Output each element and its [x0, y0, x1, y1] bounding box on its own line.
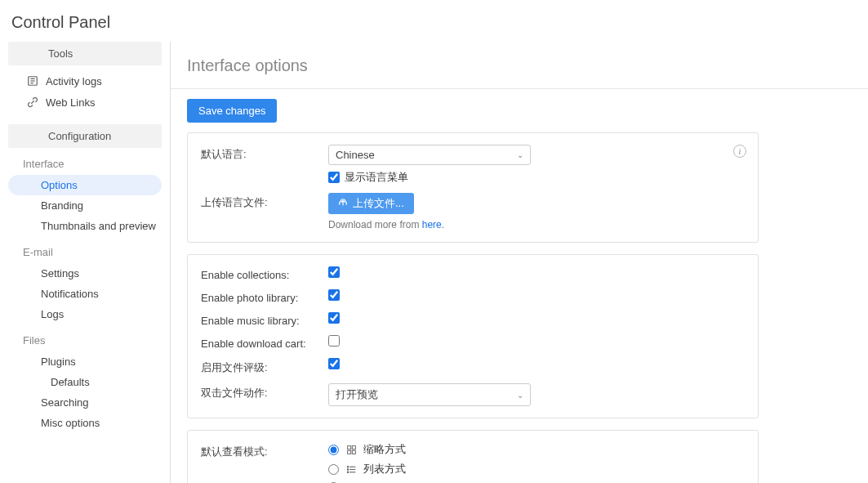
default-lang-label: 默认语言: — [201, 145, 328, 162]
nav-notifications[interactable]: Notifications — [8, 284, 162, 304]
nav-label: Web Links — [46, 96, 95, 109]
upload-btn-label: 上传文件... — [353, 196, 404, 211]
upload-icon — [338, 199, 348, 208]
save-button[interactable]: Save changes — [187, 99, 277, 123]
dblclick-select[interactable]: 打开预览 ⌄ — [328, 383, 531, 406]
config-header: Configuration — [8, 124, 162, 148]
nav-searching[interactable]: Searching — [8, 392, 162, 413]
download-link[interactable]: here — [422, 219, 442, 230]
svg-point-12 — [347, 468, 348, 469]
main-content: Interface options Save changes i 默认语言: C… — [170, 42, 868, 483]
nav-group-email: E-mail — [0, 241, 170, 263]
nav-label: Activity logs — [46, 75, 102, 87]
nav-group-files: Files — [0, 329, 170, 351]
nav-settings[interactable]: Settings — [8, 263, 162, 284]
svg-rect-6 — [347, 450, 350, 454]
upload-lang-label: 上传语言文件: — [201, 193, 328, 210]
svg-point-11 — [347, 466, 348, 467]
enable-photo-checkbox[interactable] — [328, 289, 340, 301]
show-lang-menu-checkbox[interactable] — [328, 172, 340, 183]
view-mode-label: 默认查看模式: — [201, 442, 328, 459]
upload-file-button[interactable]: 上传文件... — [328, 193, 414, 214]
select-value: Chinese — [336, 149, 375, 161]
link-icon — [26, 96, 39, 109]
default-lang-select[interactable]: Chinese ⌄ — [328, 145, 531, 165]
view-list-radio[interactable] — [328, 464, 339, 475]
dblclick-label: 双击文件动作: — [201, 383, 328, 400]
nav-defaults[interactable]: Defaults — [8, 372, 162, 392]
nav-misc[interactable]: Misc options — [8, 413, 162, 433]
enable-collections-label: Enable collections: — [201, 266, 328, 281]
select-value: 打开预览 — [336, 387, 378, 402]
enable-photo-label: Enable photo library: — [201, 289, 328, 304]
svg-rect-5 — [352, 445, 355, 449]
enable-rating-checkbox[interactable] — [328, 358, 340, 369]
nav-web-links[interactable]: Web Links — [8, 92, 162, 113]
view-thumb-label: 缩略方式 — [363, 442, 406, 457]
main-title: Interface options — [171, 42, 868, 89]
sidebar: Tools Activity logs Web Links Configurat… — [0, 42, 170, 483]
grid-icon — [345, 444, 357, 455]
view-thumb-radio[interactable] — [328, 445, 339, 455]
enable-music-checkbox[interactable] — [328, 312, 340, 324]
svg-rect-4 — [347, 445, 350, 449]
nav-branding[interactable]: Branding — [8, 195, 162, 216]
enable-collections-checkbox[interactable] — [328, 266, 340, 278]
enable-cart-checkbox[interactable] — [328, 335, 340, 347]
svg-rect-7 — [352, 450, 355, 454]
page-title: Control Panel — [0, 0, 868, 42]
enable-cart-label: Enable download cart: — [201, 335, 328, 350]
download-hint: Download more from here. — [328, 219, 745, 230]
card-view-mode: 默认查看模式: 缩略方式 列表方式 — [187, 430, 759, 483]
tools-header: Tools — [8, 42, 162, 65]
nav-options[interactable]: Options — [8, 175, 162, 195]
card-language: i 默认语言: Chinese ⌄ 显示语言菜单 上传语言文件: — [187, 132, 759, 243]
enable-music-label: Enable music library: — [201, 312, 328, 327]
view-list-label: 列表方式 — [363, 462, 406, 476]
info-icon[interactable]: i — [733, 145, 746, 158]
nav-thumbnails[interactable]: Thumbnails and preview — [8, 216, 162, 236]
nav-activity-logs[interactable]: Activity logs — [8, 70, 162, 92]
list-icon — [345, 463, 357, 475]
nav-logs[interactable]: Logs — [8, 304, 162, 324]
nav-plugins[interactable]: Plugins — [8, 351, 162, 372]
chevron-down-icon: ⌄ — [517, 391, 523, 400]
chevron-down-icon: ⌄ — [517, 150, 523, 159]
svg-point-13 — [347, 472, 348, 472]
enable-rating-label: 启用文件评级: — [201, 358, 328, 375]
show-lang-menu-label: 显示语言菜单 — [345, 170, 408, 185]
nav-group-interface: Interface — [0, 153, 170, 175]
card-features: Enable collections: Enable photo library… — [187, 254, 759, 418]
activity-icon — [26, 74, 39, 87]
